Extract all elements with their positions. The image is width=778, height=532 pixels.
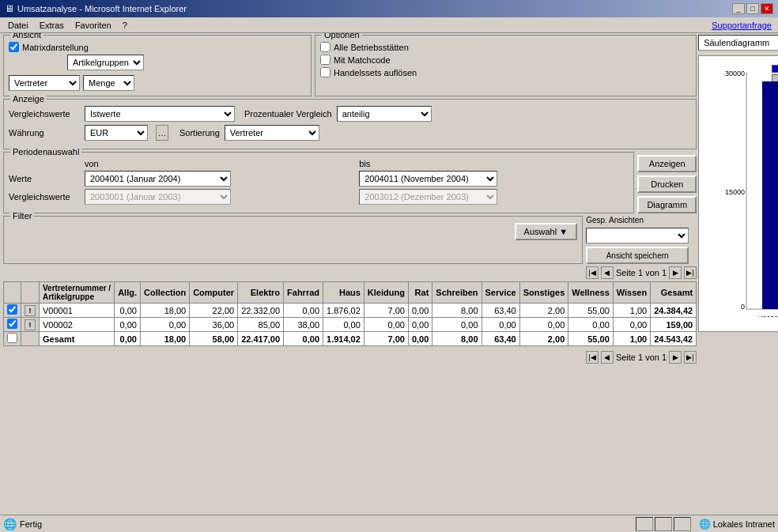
cell-elektro: 85,00 xyxy=(238,318,284,332)
ansicht-section: Ansicht Matrixdarstellung Artikelgruppen xyxy=(3,35,312,96)
row-checkbox[interactable] xyxy=(7,304,17,315)
gespeichert-select[interactable] xyxy=(586,228,689,243)
cell-name: Gesamt xyxy=(40,332,115,346)
chart-inner: Allg.CollectionComputerElektroFahrradHau… xyxy=(699,56,778,331)
ansicht-speichern-button[interactable]: Ansicht speichern xyxy=(586,247,689,264)
cell-gesamt: 159,00 xyxy=(651,318,697,332)
cell-service: 63,40 xyxy=(482,332,519,346)
vergleich-label: Vergleichswerte xyxy=(9,192,80,202)
page-last-top[interactable]: ▶| xyxy=(684,266,697,279)
page-prev-bottom[interactable]: ◀ xyxy=(601,351,614,364)
status-right-area: 🌐 Lokales Intranet xyxy=(636,517,775,531)
proz-vergleich-select[interactable]: anteilig xyxy=(337,106,432,122)
cell-sonstiges: 2,00 xyxy=(519,332,568,346)
status-zone2 xyxy=(655,517,672,531)
menu-datei[interactable]: Datei xyxy=(3,20,33,31)
cell-collection: 18,00 xyxy=(141,304,190,318)
header-name: Vertreternummer /Artikelgruppe xyxy=(40,282,115,304)
chart-type-select[interactable]: Säulendiagramm xyxy=(698,35,778,51)
header-kleidung: Kleidung xyxy=(364,282,408,304)
cell-allg: 0,00 xyxy=(115,318,141,332)
status-left: 🌐 Fertig xyxy=(3,518,42,530)
handelssets-row: Handelssets auflösen xyxy=(320,67,691,77)
vergleich-bis-select[interactable]: 2003012 (Dezember 2003) xyxy=(359,189,497,205)
cell-wissen: 1,00 xyxy=(613,332,650,346)
ansicht-row3: Vertreter Menge xyxy=(9,75,306,91)
row-check-cell xyxy=(4,304,21,318)
cell-gesamt: 24.543,42 xyxy=(651,332,697,346)
left-column: Ansicht Matrixdarstellung Artikelgruppen xyxy=(3,35,697,513)
menge-select[interactable]: Menge xyxy=(83,75,134,91)
page-first-top[interactable]: |◀ xyxy=(586,266,599,279)
page-first-bottom[interactable]: |◀ xyxy=(586,351,599,364)
header-wissen: Wissen xyxy=(613,282,650,304)
minimize-button[interactable]: _ xyxy=(732,3,745,14)
status-text: Fertig xyxy=(20,519,42,529)
filter-section: Filter Auswahl ▼ xyxy=(3,216,583,264)
vergleichswerte-label: Vergleichswerte xyxy=(9,109,80,119)
waehrung-select[interactable]: EUR xyxy=(85,125,148,141)
anzeigen-button[interactable]: Anzeigen xyxy=(637,155,697,172)
waehrung-extra-btn[interactable]: … xyxy=(156,125,168,141)
cell-computer: 36,00 xyxy=(190,318,238,332)
close-button[interactable]: ✕ xyxy=(761,3,773,14)
drucken-button[interactable]: Drucken xyxy=(637,175,697,193)
gespeichert-section: Gesp. Ansichten Ansicht speichern xyxy=(586,216,697,264)
excl-button[interactable]: ! xyxy=(25,305,36,316)
vergleich-bis-wrap: 2003012 (Dezember 2003) xyxy=(359,189,629,205)
optionen-section: Optionen Alle Betriebsstätten Mit Matchc… xyxy=(315,35,697,96)
werte-von-select[interactable]: 2004001 (Januar 2004) xyxy=(85,171,231,187)
vertreter-select[interactable]: Vertreter xyxy=(9,75,80,91)
artikelgruppen-select[interactable]: Artikelgruppen xyxy=(67,55,144,70)
cell-rat: 0,00 xyxy=(408,304,432,318)
header-sonstiges: Sonstiges xyxy=(519,282,568,304)
excl-button[interactable]: ! xyxy=(25,319,36,330)
menu-extras[interactable]: Extras xyxy=(35,20,69,31)
auswahl-button[interactable]: Auswahl ▼ xyxy=(515,223,578,240)
row-excl-cell xyxy=(21,332,40,346)
page-next-top[interactable]: ▶ xyxy=(669,266,682,279)
alle-betriebe-checkbox[interactable] xyxy=(320,42,330,52)
vergleich-von-select[interactable]: 2003001 (Januar 2003) xyxy=(85,189,231,205)
support-link[interactable]: Supportanfrage xyxy=(712,21,772,30)
header-fahrrad: Fahrrad xyxy=(284,282,323,304)
ansicht-row2: Artikelgruppen xyxy=(9,55,306,70)
status-zone1 xyxy=(636,517,653,531)
cell-rat: 0,00 xyxy=(408,332,432,346)
cell-schreiben: 8,00 xyxy=(432,304,482,318)
page-next-bottom[interactable]: ▶ xyxy=(669,351,682,364)
sortierung-select[interactable]: Vertreter xyxy=(225,125,319,141)
cell-fahrrad: 0,00 xyxy=(284,332,323,346)
anzeige-row1: Vergleichswerte Istwerte Prozentualer Ve… xyxy=(9,106,691,122)
cell-wellness: 55,00 xyxy=(568,332,614,346)
mit-matchcode-label: Mit Matchcode xyxy=(334,55,391,65)
werte-bis-select[interactable]: 2004011 (November 2004) xyxy=(359,171,497,187)
mit-matchcode-checkbox[interactable] xyxy=(320,55,330,65)
row-check-cell xyxy=(4,318,21,332)
menu-help[interactable]: ? xyxy=(118,20,132,31)
row-checkbox[interactable] xyxy=(7,333,17,343)
menu-items: Datei Extras Favoriten ? xyxy=(3,20,132,31)
row-checkbox[interactable] xyxy=(7,319,17,329)
cell-gesamt: 24.384,42 xyxy=(651,304,697,318)
periodenauswahl-section: Periodenauswahl von bis Werte 2004001 (J… xyxy=(3,152,634,213)
table-pagination-top: |◀ ◀ Seite 1 von 1 ▶ ▶| xyxy=(3,266,697,279)
periodenauswahl-title: Periodenauswahl xyxy=(10,147,81,157)
handelssets-label: Handelssets auflösen xyxy=(334,68,417,77)
page-last-bottom[interactable]: ▶| xyxy=(684,351,697,364)
intranet-icon: 🌐 xyxy=(699,519,711,530)
handelssets-checkbox[interactable] xyxy=(320,67,330,77)
menu-favoriten[interactable]: Favoriten xyxy=(70,20,116,31)
status-bar: 🌐 Fertig 🌐 Lokales Intranet xyxy=(0,515,778,532)
cell-fahrrad: 0,00 xyxy=(284,304,323,318)
row-excl-cell: ! xyxy=(21,318,40,332)
cell-computer: 58,00 xyxy=(190,332,238,346)
matrixdarstellung-checkbox[interactable] xyxy=(9,42,19,52)
page-prev-top[interactable]: ◀ xyxy=(601,266,614,279)
maximize-button[interactable]: □ xyxy=(746,3,759,14)
werte-von-wrap: 2004001 (Januar 2004) xyxy=(85,171,354,187)
diagramm-button[interactable]: Diagramm xyxy=(637,196,697,213)
vergleichswerte-select[interactable]: Istwerte xyxy=(85,106,235,122)
ansicht-title: Ansicht xyxy=(10,33,43,40)
header-computer: Computer xyxy=(190,282,238,304)
